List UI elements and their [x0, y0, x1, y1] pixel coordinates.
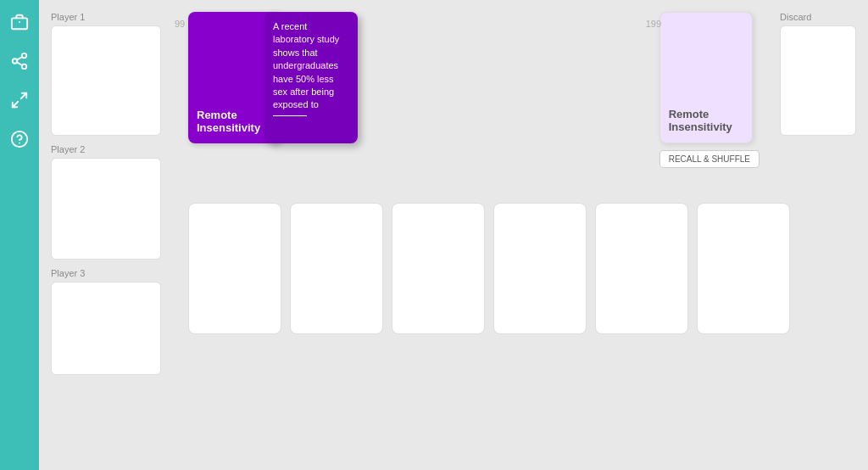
hand-card-1[interactable]	[188, 203, 281, 334]
black-card-text: Remote Insensitivity	[197, 109, 273, 135]
discard-area: Discard	[780, 12, 856, 136]
hand-card-2[interactable]	[290, 203, 383, 334]
expand-icon[interactable]	[8, 88, 31, 112]
hand-card-3[interactable]	[392, 203, 485, 334]
white-card-text: Remote Insensitivity	[669, 108, 743, 134]
share-icon[interactable]	[8, 49, 31, 73]
player-2-section: Player 2	[51, 144, 161, 260]
player-3-section: Player 3	[51, 268, 161, 375]
player-1-area	[51, 25, 161, 136]
center-area: 99 Remote Insensitivity A recent laborat…	[171, 12, 856, 458]
svg-line-7	[21, 93, 26, 98]
hand-card-4[interactable]	[493, 203, 587, 334]
player-2-label: Player 2	[51, 144, 161, 154]
recall-shuffle-button[interactable]: RECALL & SHUFFLE	[659, 150, 760, 168]
help-icon[interactable]	[8, 127, 31, 151]
hand-area	[188, 203, 856, 334]
sidebar	[0, 0, 39, 470]
answer-card-text: A recent laboratory study shows that und…	[273, 20, 349, 112]
discard-label: Discard	[780, 12, 811, 22]
discard-card	[780, 25, 856, 136]
svg-rect-0	[12, 18, 27, 29]
answer-underline	[273, 115, 307, 116]
player-3-area	[51, 282, 161, 375]
white-deck-count: 199	[646, 19, 661, 29]
player-3-label: Player 3	[51, 268, 161, 278]
svg-line-6	[17, 57, 22, 60]
player-1-label: Player 1	[51, 12, 161, 22]
player-1-section: Player 1	[51, 12, 161, 136]
svg-line-5	[17, 62, 22, 65]
hand-card-5[interactable]	[595, 203, 688, 334]
player-2-area	[51, 158, 161, 260]
briefcase-icon[interactable]	[8, 10, 31, 34]
white-card[interactable]: Remote Insensitivity	[659, 12, 753, 143]
main-area: Player 1 Player 2 Player 3 99 Remote Ins…	[39, 0, 868, 470]
svg-line-8	[13, 102, 18, 107]
top-row: 99 Remote Insensitivity A recent laborat…	[171, 12, 856, 194]
answer-card[interactable]: A recent laboratory study shows that und…	[264, 12, 358, 143]
white-deck-area: 199 Remote Insensitivity RECALL & SHUFFL…	[659, 12, 760, 168]
left-panel: Player 1 Player 2 Player 3	[51, 12, 161, 458]
black-deck-count: 99	[175, 19, 185, 29]
hand-card-6[interactable]	[697, 203, 790, 334]
